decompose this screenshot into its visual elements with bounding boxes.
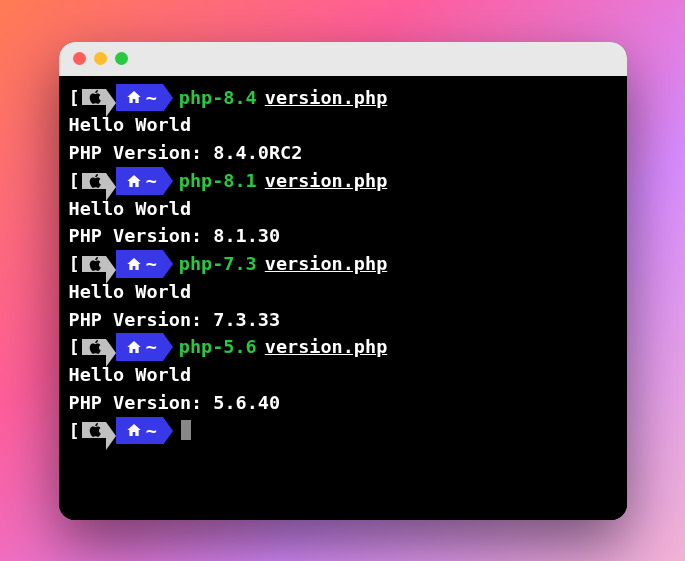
argument-text: version.php xyxy=(265,84,388,112)
tilde: ~ xyxy=(146,333,157,361)
output-line: Hello World xyxy=(69,361,617,389)
apple-icon xyxy=(88,173,104,189)
terminal-window: [ ~ php-8.4 version.php Hello World PHP … xyxy=(59,42,627,520)
apple-icon xyxy=(88,256,104,272)
home-icon xyxy=(126,422,142,438)
argument-text: version.php xyxy=(265,250,388,278)
home-icon xyxy=(126,339,142,355)
command-text: php-8.1 xyxy=(179,167,257,195)
apple-segment xyxy=(82,173,106,189)
home-icon xyxy=(126,89,142,105)
bracket-open: [ xyxy=(69,250,80,278)
prompt-line: [ ~ php-8.4 version.php xyxy=(69,84,617,112)
argument-text: version.php xyxy=(265,167,388,195)
minimize-icon[interactable] xyxy=(94,52,107,65)
command-text: php-7.3 xyxy=(179,250,257,278)
command-text: php-8.4 xyxy=(179,84,257,112)
home-icon xyxy=(126,173,142,189)
home-segment: ~ xyxy=(116,250,163,278)
titlebar xyxy=(59,42,627,76)
output-line: Hello World xyxy=(69,111,617,139)
terminal-body[interactable]: [ ~ php-8.4 version.php Hello World PHP … xyxy=(59,76,627,520)
tilde: ~ xyxy=(146,167,157,195)
output-line: Hello World xyxy=(69,278,617,306)
apple-icon xyxy=(88,422,104,438)
output-line: PHP Version: 8.4.0RC2 xyxy=(69,139,617,167)
tilde: ~ xyxy=(146,84,157,112)
prompt-line: [ ~ php-5.6 version.php xyxy=(69,333,617,361)
output-line: PHP Version: 5.6.40 xyxy=(69,389,617,417)
apple-icon xyxy=(88,339,104,355)
argument-text: version.php xyxy=(265,333,388,361)
prompt-line: [ ~ xyxy=(69,417,617,445)
apple-segment xyxy=(82,256,106,272)
bracket-open: [ xyxy=(69,333,80,361)
prompt-line: [ ~ php-7.3 version.php xyxy=(69,250,617,278)
bracket-open: [ xyxy=(69,167,80,195)
tilde: ~ xyxy=(146,250,157,278)
home-segment: ~ xyxy=(116,167,163,195)
home-icon xyxy=(126,256,142,272)
tilde: ~ xyxy=(146,417,157,445)
command-text: php-5.6 xyxy=(179,333,257,361)
maximize-icon[interactable] xyxy=(115,52,128,65)
apple-segment xyxy=(82,89,106,105)
home-segment: ~ xyxy=(116,417,163,445)
output-line: Hello World xyxy=(69,195,617,223)
apple-segment xyxy=(82,422,106,438)
output-line: PHP Version: 7.3.33 xyxy=(69,306,617,334)
close-icon[interactable] xyxy=(73,52,86,65)
apple-icon xyxy=(88,89,104,105)
cursor-icon xyxy=(181,420,191,440)
bracket-open: [ xyxy=(69,417,80,445)
prompt-line: [ ~ php-8.1 version.php xyxy=(69,167,617,195)
apple-segment xyxy=(82,339,106,355)
bracket-open: [ xyxy=(69,84,80,112)
home-segment: ~ xyxy=(116,84,163,112)
home-segment: ~ xyxy=(116,333,163,361)
output-line: PHP Version: 8.1.30 xyxy=(69,222,617,250)
